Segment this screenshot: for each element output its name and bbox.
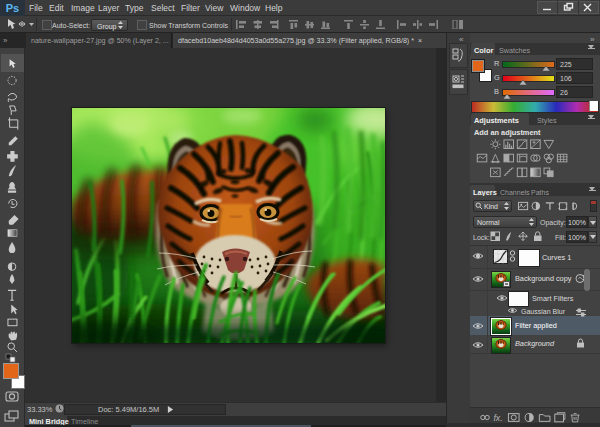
svg-text:fx.: fx. bbox=[493, 413, 502, 423]
